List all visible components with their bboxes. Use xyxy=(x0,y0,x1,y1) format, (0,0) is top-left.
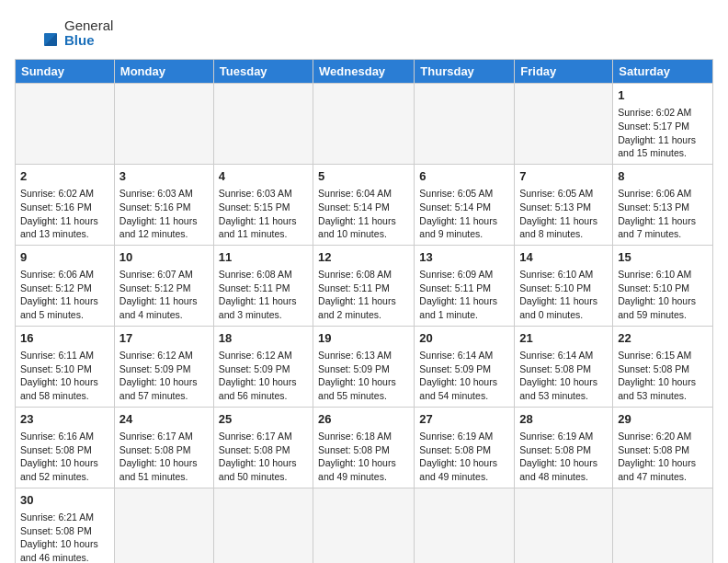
day-number: 7 xyxy=(519,168,608,185)
day-info: Sunrise: 6:18 AM Sunset: 5:08 PM Dayligh… xyxy=(318,430,409,484)
day-info: Sunrise: 6:21 AM Sunset: 5:08 PM Dayligh… xyxy=(20,511,109,563)
day-info: Sunrise: 6:14 AM Sunset: 5:09 PM Dayligh… xyxy=(419,349,509,403)
day-number: 26 xyxy=(318,411,409,428)
day-number: 28 xyxy=(519,411,608,428)
calendar-cell: 27Sunrise: 6:19 AM Sunset: 5:08 PM Dayli… xyxy=(415,407,515,488)
logo-blue: Blue xyxy=(64,32,95,48)
day-number: 20 xyxy=(419,330,509,347)
calendar-week-4: 16Sunrise: 6:11 AM Sunset: 5:10 PM Dayli… xyxy=(16,326,713,407)
day-info: Sunrise: 6:02 AM Sunset: 5:17 PM Dayligh… xyxy=(618,106,708,160)
day-number: 16 xyxy=(20,330,109,347)
day-info: Sunrise: 6:04 AM Sunset: 5:14 PM Dayligh… xyxy=(318,187,409,241)
day-info: Sunrise: 6:08 AM Sunset: 5:11 PM Dayligh… xyxy=(318,268,409,322)
calendar-cell: 13Sunrise: 6:09 AM Sunset: 5:11 PM Dayli… xyxy=(415,245,515,326)
calendar-cell: 2Sunrise: 6:02 AM Sunset: 5:16 PM Daylig… xyxy=(16,164,115,245)
calendar-cell xyxy=(16,84,115,165)
day-number: 23 xyxy=(20,411,109,428)
day-number: 18 xyxy=(219,330,308,347)
day-number: 27 xyxy=(419,411,509,428)
calendar-cell xyxy=(313,488,415,563)
day-number: 9 xyxy=(20,249,109,266)
day-info: Sunrise: 6:09 AM Sunset: 5:11 PM Dayligh… xyxy=(419,268,509,322)
weekday-header-friday: Friday xyxy=(515,60,613,84)
calendar-cell: 15Sunrise: 6:10 AM Sunset: 5:10 PM Dayli… xyxy=(613,245,713,326)
day-number: 3 xyxy=(119,168,209,185)
calendar-cell: 12Sunrise: 6:08 AM Sunset: 5:11 PM Dayli… xyxy=(313,245,415,326)
logo: General Blue xyxy=(15,15,113,52)
day-info: Sunrise: 6:10 AM Sunset: 5:10 PM Dayligh… xyxy=(618,268,708,322)
calendar-cell: 19Sunrise: 6:13 AM Sunset: 5:09 PM Dayli… xyxy=(313,326,415,407)
page-header: General Blue xyxy=(15,15,713,52)
day-info: Sunrise: 6:03 AM Sunset: 5:15 PM Dayligh… xyxy=(219,187,308,241)
day-info: Sunrise: 6:12 AM Sunset: 5:09 PM Dayligh… xyxy=(119,349,209,403)
calendar-cell xyxy=(313,84,415,165)
day-info: Sunrise: 6:13 AM Sunset: 5:09 PM Dayligh… xyxy=(318,349,409,403)
weekday-header-row: SundayMondayTuesdayWednesdayThursdayFrid… xyxy=(16,60,713,84)
day-number: 17 xyxy=(119,330,209,347)
day-number: 4 xyxy=(219,168,308,185)
calendar-cell xyxy=(515,84,613,165)
day-info: Sunrise: 6:06 AM Sunset: 5:13 PM Dayligh… xyxy=(618,187,708,241)
calendar-cell: 25Sunrise: 6:17 AM Sunset: 5:08 PM Dayli… xyxy=(213,407,313,488)
calendar-cell: 14Sunrise: 6:10 AM Sunset: 5:10 PM Dayli… xyxy=(515,245,613,326)
day-number: 2 xyxy=(20,168,109,185)
calendar-cell xyxy=(415,488,515,563)
calendar-cell: 21Sunrise: 6:14 AM Sunset: 5:08 PM Dayli… xyxy=(515,326,613,407)
calendar-table: SundayMondayTuesdayWednesdayThursdayFrid… xyxy=(15,59,713,563)
calendar-cell xyxy=(213,84,313,165)
day-info: Sunrise: 6:10 AM Sunset: 5:10 PM Dayligh… xyxy=(519,268,608,322)
day-number: 14 xyxy=(519,249,608,266)
calendar-cell: 24Sunrise: 6:17 AM Sunset: 5:08 PM Dayli… xyxy=(114,407,213,488)
calendar-cell: 17Sunrise: 6:12 AM Sunset: 5:09 PM Dayli… xyxy=(114,326,213,407)
calendar-cell xyxy=(114,488,213,563)
day-number: 10 xyxy=(119,249,209,266)
calendar-week-1: 1Sunrise: 6:02 AM Sunset: 5:17 PM Daylig… xyxy=(16,84,713,165)
day-number: 19 xyxy=(318,330,409,347)
day-info: Sunrise: 6:07 AM Sunset: 5:12 PM Dayligh… xyxy=(119,268,209,322)
day-info: Sunrise: 6:14 AM Sunset: 5:08 PM Dayligh… xyxy=(519,349,608,403)
logo-svg xyxy=(15,15,61,52)
day-number: 6 xyxy=(419,168,509,185)
day-info: Sunrise: 6:08 AM Sunset: 5:11 PM Dayligh… xyxy=(219,268,308,322)
calendar-cell xyxy=(415,84,515,165)
calendar-cell xyxy=(515,488,613,563)
day-number: 12 xyxy=(318,249,409,266)
day-info: Sunrise: 6:20 AM Sunset: 5:08 PM Dayligh… xyxy=(618,430,708,484)
day-info: Sunrise: 6:11 AM Sunset: 5:10 PM Dayligh… xyxy=(20,349,109,403)
calendar-cell: 6Sunrise: 6:05 AM Sunset: 5:14 PM Daylig… xyxy=(415,164,515,245)
day-number: 1 xyxy=(618,87,708,104)
calendar-cell: 11Sunrise: 6:08 AM Sunset: 5:11 PM Dayli… xyxy=(213,245,313,326)
weekday-header-saturday: Saturday xyxy=(613,60,713,84)
day-info: Sunrise: 6:16 AM Sunset: 5:08 PM Dayligh… xyxy=(20,430,109,484)
weekday-header-tuesday: Tuesday xyxy=(213,60,313,84)
calendar-cell: 8Sunrise: 6:06 AM Sunset: 5:13 PM Daylig… xyxy=(613,164,713,245)
day-number: 29 xyxy=(618,411,708,428)
calendar-cell: 4Sunrise: 6:03 AM Sunset: 5:15 PM Daylig… xyxy=(213,164,313,245)
calendar-week-3: 9Sunrise: 6:06 AM Sunset: 5:12 PM Daylig… xyxy=(16,245,713,326)
day-info: Sunrise: 6:02 AM Sunset: 5:16 PM Dayligh… xyxy=(20,187,109,241)
calendar-week-2: 2Sunrise: 6:02 AM Sunset: 5:16 PM Daylig… xyxy=(16,164,713,245)
day-info: Sunrise: 6:17 AM Sunset: 5:08 PM Dayligh… xyxy=(219,430,308,484)
calendar-cell: 3Sunrise: 6:03 AM Sunset: 5:16 PM Daylig… xyxy=(114,164,213,245)
calendar-cell xyxy=(114,84,213,165)
calendar-cell: 18Sunrise: 6:12 AM Sunset: 5:09 PM Dayli… xyxy=(213,326,313,407)
calendar-cell xyxy=(213,488,313,563)
calendar-cell: 16Sunrise: 6:11 AM Sunset: 5:10 PM Dayli… xyxy=(16,326,115,407)
day-number: 13 xyxy=(419,249,509,266)
calendar-cell: 9Sunrise: 6:06 AM Sunset: 5:12 PM Daylig… xyxy=(16,245,115,326)
day-info: Sunrise: 6:06 AM Sunset: 5:12 PM Dayligh… xyxy=(20,268,109,322)
day-info: Sunrise: 6:19 AM Sunset: 5:08 PM Dayligh… xyxy=(419,430,509,484)
day-info: Sunrise: 6:12 AM Sunset: 5:09 PM Dayligh… xyxy=(219,349,308,403)
calendar-cell: 7Sunrise: 6:05 AM Sunset: 5:13 PM Daylig… xyxy=(515,164,613,245)
calendar-cell xyxy=(613,488,713,563)
day-info: Sunrise: 6:03 AM Sunset: 5:16 PM Dayligh… xyxy=(119,187,209,241)
day-info: Sunrise: 6:19 AM Sunset: 5:08 PM Dayligh… xyxy=(519,430,608,484)
calendar-cell: 5Sunrise: 6:04 AM Sunset: 5:14 PM Daylig… xyxy=(313,164,415,245)
day-number: 11 xyxy=(219,249,308,266)
day-number: 25 xyxy=(219,411,308,428)
day-number: 8 xyxy=(618,168,708,185)
calendar-cell: 20Sunrise: 6:14 AM Sunset: 5:09 PM Dayli… xyxy=(415,326,515,407)
weekday-header-wednesday: Wednesday xyxy=(313,60,415,84)
weekday-header-monday: Monday xyxy=(114,60,213,84)
calendar-cell: 23Sunrise: 6:16 AM Sunset: 5:08 PM Dayli… xyxy=(16,407,115,488)
